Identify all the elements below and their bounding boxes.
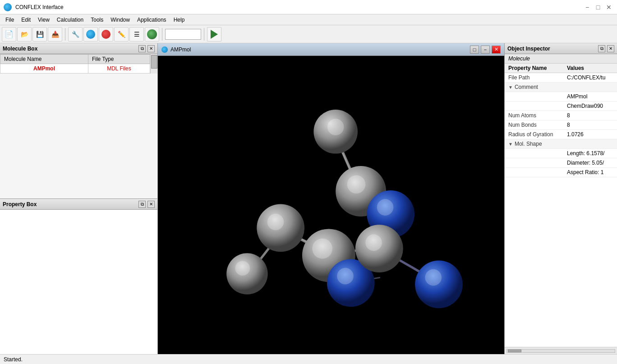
viewer-title: AMPmol	[161, 46, 191, 53]
save-icon: 💾	[36, 31, 44, 38]
molecule-viewport[interactable]	[158, 56, 504, 354]
maximize-button[interactable]: □	[594, 3, 603, 12]
collapse-icon: ▼	[508, 85, 513, 90]
row-file-path[interactable]: File Path C:/CONFLEX/tu	[505, 73, 617, 83]
lines-button[interactable]: ☰	[129, 27, 144, 41]
atom-blue-top-highlight	[377, 199, 394, 216]
atom-left-highlight	[267, 214, 284, 230]
new-icon: 📄	[5, 30, 14, 38]
viewer-titlebar: AMPmol □ − ✕	[158, 43, 504, 56]
molecule-box-close-button[interactable]: ✕	[147, 45, 155, 52]
col-file-type: File Type	[88, 55, 150, 64]
molecule-box-row: Molecule Name File Type AMPmol MDL Files	[0, 54, 157, 74]
atom-upper-right-highlight	[347, 175, 366, 194]
table-row[interactable]: AMPmol MDL Files	[0, 64, 150, 74]
hydrogen-button[interactable]	[83, 27, 98, 41]
row-num-bonds[interactable]: Num Bonds 8	[505, 120, 617, 130]
prop-comment-1-label	[505, 92, 563, 101]
atom-right-highlight	[365, 235, 382, 251]
row-mol-shape-header[interactable]: ▼Mol. Shape	[505, 139, 617, 149]
viewer-maximize-button[interactable]: □	[470, 46, 479, 54]
search-input[interactable]	[165, 29, 201, 40]
save-button[interactable]: 💾	[32, 27, 47, 41]
stop-button[interactable]	[99, 27, 113, 41]
viewer-minimize-button[interactable]: −	[481, 46, 490, 54]
tool-button[interactable]: 🔧	[68, 27, 83, 41]
row-diameter: Diameter: 5.05/	[505, 158, 617, 168]
tool-icon: 🔧	[72, 31, 79, 38]
scrollbar-thumb-h	[508, 350, 521, 352]
atom-far-left-highlight	[235, 261, 250, 276]
prop-comment-collapse[interactable]: ▼Comment	[505, 83, 563, 92]
main-content: Molecule Box ⧉ ✕ Molecule Name File Type	[0, 43, 617, 354]
molecule-box-scrollbar[interactable]	[150, 54, 157, 74]
separator-3	[204, 28, 204, 41]
inspector-header: Object Inspector ⧉ ✕	[505, 43, 617, 54]
molecule-box-controls: ⧉ ✕	[138, 45, 155, 52]
prop-comment-2-value: ChemDraw090	[563, 101, 617, 111]
menu-window[interactable]: Window	[107, 16, 134, 24]
property-box-title: Property Box	[3, 201, 37, 207]
atom-center-highlight	[312, 239, 332, 259]
atom-bottom-blue-highlight	[337, 268, 354, 285]
run-icon	[211, 30, 218, 39]
sphere-button[interactable]	[145, 27, 159, 41]
lines-icon: ☰	[134, 31, 140, 38]
viewer-icon	[161, 46, 168, 53]
svg-rect-0	[164, 56, 498, 354]
menu-applications[interactable]: Applications	[134, 16, 170, 24]
molecule-table: Molecule Name File Type AMPmol MDL Files	[0, 54, 150, 74]
status-bar: Started.	[0, 354, 617, 364]
separator-1	[65, 28, 65, 41]
property-box-close-button[interactable]: ✕	[147, 201, 155, 208]
viewer-close-button[interactable]: ✕	[492, 46, 501, 54]
app-icon	[4, 3, 12, 11]
right-panel: Object Inspector ⧉ ✕ Molecule Property N…	[504, 43, 617, 354]
inspector-section: Molecule	[505, 54, 617, 64]
pencil-button[interactable]: ✏️	[114, 27, 129, 41]
property-box: Property Box ⧉ ✕	[0, 198, 157, 354]
mol-shape-collapse-icon: ▼	[508, 142, 513, 147]
property-box-float-button[interactable]: ⧉	[138, 201, 146, 208]
molecule-name-cell: AMPmol	[0, 64, 88, 74]
title-bar-controls: − □ ✕	[583, 3, 613, 12]
property-box-header: Property Box ⧉ ✕	[0, 199, 157, 210]
molecule-box-title: Molecule Box	[3, 46, 37, 52]
menu-view[interactable]: View	[34, 16, 53, 24]
prop-comment-2-label	[505, 101, 563, 111]
inspector-float-button[interactable]: ⧉	[598, 45, 605, 52]
app-title: CONFLEX Interface	[15, 4, 64, 10]
import-button[interactable]: 📥	[48, 27, 62, 41]
menu-file[interactable]: File	[2, 16, 18, 24]
minimize-button[interactable]: −	[583, 3, 592, 12]
row-radius-gyration[interactable]: Radius of Gyration 1.0726	[505, 130, 617, 139]
inspector-close-button[interactable]: ✕	[607, 45, 614, 52]
atom-far-right-highlight	[425, 269, 442, 286]
open-button[interactable]: 📂	[17, 27, 32, 41]
prop-mol-shape-collapse[interactable]: ▼Mol. Shape	[505, 139, 563, 149]
prop-mol-shape-value	[563, 139, 617, 149]
center-viewer: AMPmol □ − ✕	[158, 43, 504, 354]
menu-bar: File Edit View Calculation Tools Window …	[0, 14, 617, 25]
prop-num-bonds-value: 8	[563, 120, 617, 130]
molecule-box-scroll: Molecule Name File Type AMPmol MDL Files	[0, 54, 150, 74]
menu-tools[interactable]: Tools	[87, 16, 107, 24]
molecule-box-float-button[interactable]: ⧉	[138, 45, 146, 52]
menu-edit[interactable]: Edit	[18, 16, 34, 24]
row-comment-header[interactable]: ▼Comment	[505, 83, 617, 92]
run-button[interactable]	[207, 27, 221, 41]
row-length: Length: 6.1578/	[505, 149, 617, 158]
menu-calculation[interactable]: Calculation	[53, 16, 87, 24]
row-num-atoms[interactable]: Num Atoms 8	[505, 111, 617, 120]
scrollbar-thumb	[151, 55, 157, 69]
atom-top-highlight	[327, 119, 344, 135]
new-button[interactable]: 📄	[2, 27, 16, 41]
row-comment-chemdraw: ChemDraw090	[505, 101, 617, 111]
separator-2	[162, 28, 162, 41]
scrollbar-track	[506, 349, 615, 353]
prop-aspect-value: Aspect Ratio: 1	[563, 168, 617, 177]
close-button[interactable]: ✕	[604, 3, 613, 12]
menu-help[interactable]: Help	[170, 16, 189, 24]
import-icon: 📥	[51, 31, 59, 38]
inspector-scrollbar[interactable]	[505, 347, 617, 354]
